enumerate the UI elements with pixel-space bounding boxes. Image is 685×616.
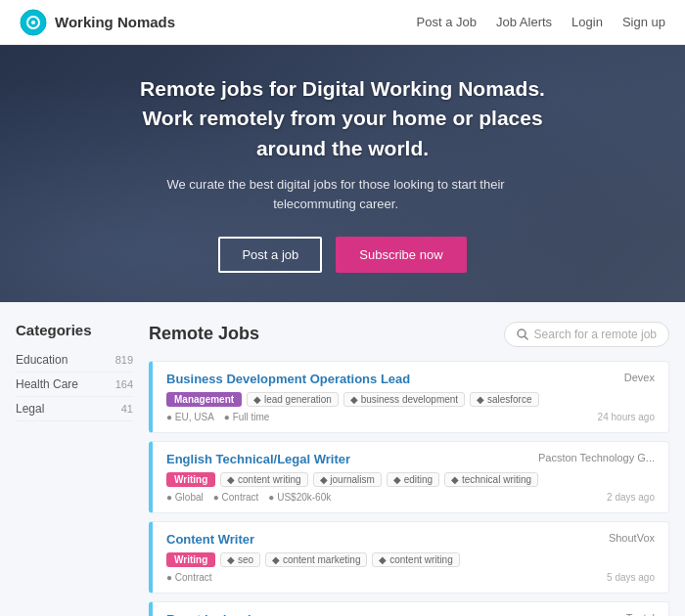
job-card-header: Business Development Operations Lead Dev… — [166, 372, 655, 386]
sidebar-label-legal: Legal — [16, 402, 44, 416]
job-meta-item: ● EU, USA — [166, 412, 214, 422]
job-card: Business Development Operations Lead Dev… — [149, 361, 669, 433]
job-card-header: Content Writer ShoutVox — [166, 532, 655, 547]
hero-content: Remote jobs for Digital Working Nomads.W… — [140, 74, 545, 273]
nav-post-job[interactable]: Post a Job — [417, 15, 477, 29]
jobs-header: Remote Jobs Search for a remote job — [149, 322, 669, 347]
hero-buttons: Post a job Subscribe now — [140, 237, 545, 273]
job-meta: ● EU, USA● Full time — [166, 412, 269, 422]
job-footer: ● EU, USA● Full time 24 hours ago — [166, 412, 655, 422]
job-time: 2 days ago — [607, 492, 655, 503]
post-job-button[interactable]: Post a job — [218, 237, 322, 273]
job-footer: ● Global● Contract● US$20k-60k 2 days ag… — [166, 492, 655, 503]
nav-login[interactable]: Login — [571, 15, 603, 29]
sidebar: Categories Education 819 Health Care 164… — [16, 322, 133, 421]
job-tag: ◆ lead generation — [247, 392, 339, 407]
brand: Working Nomads — [20, 9, 417, 36]
job-footer: ● Contract 5 days ago — [166, 572, 655, 583]
search-box[interactable]: Search for a remote job — [504, 322, 669, 347]
brand-name: Working Nomads — [55, 14, 175, 30]
job-meta-item: ● Contract — [166, 572, 212, 583]
job-badge: Writing — [166, 472, 215, 487]
job-tag: ◆ business development — [343, 392, 465, 407]
nav-signup[interactable]: Sign up — [622, 15, 665, 29]
job-meta: ● Global● Contract● US$20k-60k — [166, 492, 331, 503]
job-card: React.js developer Toptal Development◆ r… — [149, 601, 669, 616]
sidebar-item-legal[interactable]: Legal 41 — [16, 397, 133, 421]
job-tag: ◆ content marketing — [265, 552, 367, 567]
sidebar-label-education: Education — [16, 353, 68, 367]
job-tags: Management◆ lead generation◆ business de… — [166, 392, 655, 407]
svg-line-4 — [525, 336, 527, 339]
job-tag: ◆ content writing — [372, 552, 459, 567]
subscribe-button[interactable]: Subscribe now — [336, 237, 466, 273]
job-tag: ◆ content writing — [220, 472, 307, 487]
navbar: Working Nomads Post a Job Job Alerts Log… — [0, 0, 685, 45]
job-title[interactable]: Content Writer — [166, 532, 254, 547]
sidebar-label-healthcare: Health Care — [16, 377, 78, 391]
job-time: 24 hours ago — [598, 412, 655, 422]
job-tag: ◆ journalism — [313, 472, 382, 487]
nav-job-alerts[interactable]: Job Alerts — [496, 15, 552, 29]
job-meta-item: ● Contract — [213, 492, 259, 503]
job-company: Toptal — [626, 612, 655, 616]
sidebar-count-healthcare: 164 — [115, 378, 133, 390]
job-meta: ● Contract — [166, 572, 212, 583]
job-tag: ◆ editing — [387, 472, 439, 487]
sidebar-count-legal: 41 — [121, 403, 133, 415]
job-badge: Writing — [166, 552, 215, 567]
jobs-section: Remote Jobs Search for a remote job Busi… — [149, 322, 669, 616]
job-time: 5 days ago — [607, 572, 655, 583]
job-cards-container: Business Development Operations Lead Dev… — [149, 361, 669, 616]
job-badge: Management — [166, 392, 242, 407]
sidebar-count-education: 819 — [115, 354, 133, 366]
job-card: English Technical/Legal Writer Pacston T… — [149, 441, 669, 513]
search-icon — [517, 329, 528, 340]
job-title[interactable]: React.js developer — [166, 612, 279, 616]
logo-icon — [20, 9, 47, 36]
hero-section: Remote jobs for Digital Working Nomads.W… — [0, 45, 685, 302]
jobs-title: Remote Jobs — [149, 324, 259, 344]
hero-headline: Remote jobs for Digital Working Nomads.W… — [140, 74, 545, 163]
job-company: Pacston Technology G... — [538, 452, 655, 463]
job-meta-item: ● Full time — [224, 412, 270, 422]
job-card: Content Writer ShoutVox Writing◆ seo◆ co… — [149, 521, 669, 594]
job-meta-item: ● US$20k-60k — [268, 492, 331, 503]
job-meta-item: ● Global — [166, 492, 204, 503]
job-tag: ◆ salesforce — [470, 392, 538, 407]
job-tags: Writing◆ seo◆ content marketing◆ content… — [166, 552, 655, 567]
job-tags: Writing◆ content writing◆ journalism◆ ed… — [166, 472, 655, 487]
navbar-links: Post a Job Job Alerts Login Sign up — [417, 15, 665, 29]
job-company: ShoutVox — [609, 532, 655, 544]
sidebar-item-education[interactable]: Education 819 — [16, 348, 133, 373]
search-placeholder: Search for a remote job — [534, 328, 657, 341]
job-tag: ◆ seo — [220, 552, 260, 567]
job-company: Devex — [624, 372, 655, 383]
job-card-header: English Technical/Legal Writer Pacston T… — [166, 452, 655, 466]
svg-point-2 — [31, 21, 35, 24]
job-tag: ◆ technical writing — [444, 472, 538, 487]
job-card-header: React.js developer Toptal — [166, 612, 655, 616]
main-layout: Categories Education 819 Health Care 164… — [0, 302, 685, 616]
job-title[interactable]: English Technical/Legal Writer — [166, 452, 350, 466]
sidebar-item-healthcare[interactable]: Health Care 164 — [16, 373, 133, 397]
hero-subtext: We curate the best digital jobs for thos… — [140, 175, 531, 214]
sidebar-title: Categories — [16, 322, 133, 338]
job-title[interactable]: Business Development Operations Lead — [166, 372, 410, 386]
